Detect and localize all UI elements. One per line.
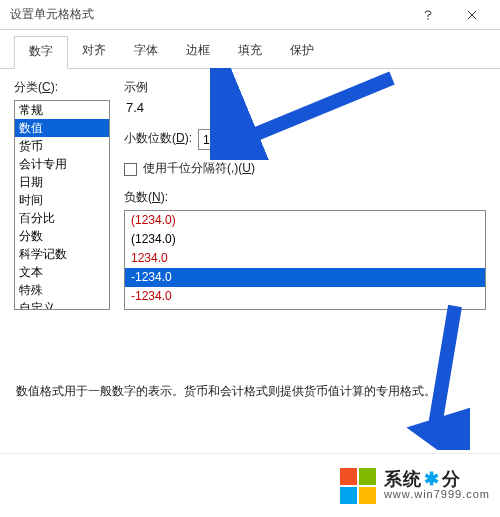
thousand-sep-label: 使用千位分隔符(,)(U) (143, 160, 255, 177)
tab-border[interactable]: 边框 (172, 36, 224, 68)
decimal-spinner[interactable] (198, 129, 252, 150)
window-title: 设置单元格格式 (10, 6, 94, 23)
cat-special[interactable]: 特殊 (15, 281, 109, 299)
watermark-url: www.win7999.com (384, 489, 490, 501)
tab-number[interactable]: 数字 (14, 36, 68, 69)
example-value: 7.4 (126, 100, 486, 115)
help-button[interactable] (408, 2, 448, 28)
tab-font[interactable]: 字体 (120, 36, 172, 68)
neg-option[interactable]: (1234.0) (125, 230, 485, 249)
tab-fill[interactable]: 填充 (224, 36, 276, 68)
example-label: 示例 (124, 79, 486, 96)
svg-marker-4 (240, 142, 247, 146)
spin-down[interactable] (236, 140, 251, 150)
cat-accounting[interactable]: 会计专用 (15, 155, 109, 173)
cat-fraction[interactable]: 分数 (15, 227, 109, 245)
tab-strip: 数字 对齐 字体 边框 填充 保护 (0, 30, 500, 69)
close-button[interactable] (452, 2, 492, 28)
tab-protect[interactable]: 保护 (276, 36, 328, 68)
decimal-input[interactable] (199, 130, 235, 149)
category-label: 分类(C): (14, 79, 110, 96)
cat-date[interactable]: 日期 (15, 173, 109, 191)
tab-alignment[interactable]: 对齐 (68, 36, 120, 68)
cat-sci[interactable]: 科学记数 (15, 245, 109, 263)
format-hint: 数值格式用于一般数字的表示。货币和会计格式则提供货币值计算的专用格式。 (0, 383, 500, 400)
ms-logo-icon (340, 468, 376, 504)
cat-currency[interactable]: 货币 (15, 137, 109, 155)
decimal-label: 小数位数(D): (124, 130, 192, 147)
titlebar: 设置单元格格式 (0, 0, 500, 30)
cat-text[interactable]: 文本 (15, 263, 109, 281)
svg-line-8 (434, 306, 455, 432)
cat-general[interactable]: 常规 (15, 101, 109, 119)
category-list[interactable]: 常规 数值 货币 会计专用 日期 时间 百分比 分数 科学记数 文本 特殊 自定… (14, 100, 110, 310)
annotation-arrow-icon (400, 300, 470, 450)
cat-number[interactable]: 数值 (15, 119, 109, 137)
svg-point-0 (427, 18, 429, 20)
watermark: 系统✱分 www.win7999.com (0, 453, 500, 517)
svg-marker-3 (240, 133, 247, 137)
cat-percent[interactable]: 百分比 (15, 209, 109, 227)
thousand-sep-checkbox[interactable] (124, 163, 137, 176)
negative-list[interactable]: (1234.0) (1234.0) 1234.0 -1234.0 -1234.0 (124, 210, 486, 310)
spin-up[interactable] (236, 130, 251, 140)
cat-time[interactable]: 时间 (15, 191, 109, 209)
neg-option[interactable]: -1234.0 (125, 287, 485, 306)
neg-option[interactable]: 1234.0 (125, 249, 485, 268)
neg-option[interactable]: -1234.0 (125, 268, 485, 287)
neg-option[interactable]: (1234.0) (125, 211, 485, 230)
watermark-title: 系统✱分 (384, 470, 490, 489)
cat-custom[interactable]: 自定义 (15, 299, 109, 310)
negative-label: 负数(N): (124, 189, 486, 206)
